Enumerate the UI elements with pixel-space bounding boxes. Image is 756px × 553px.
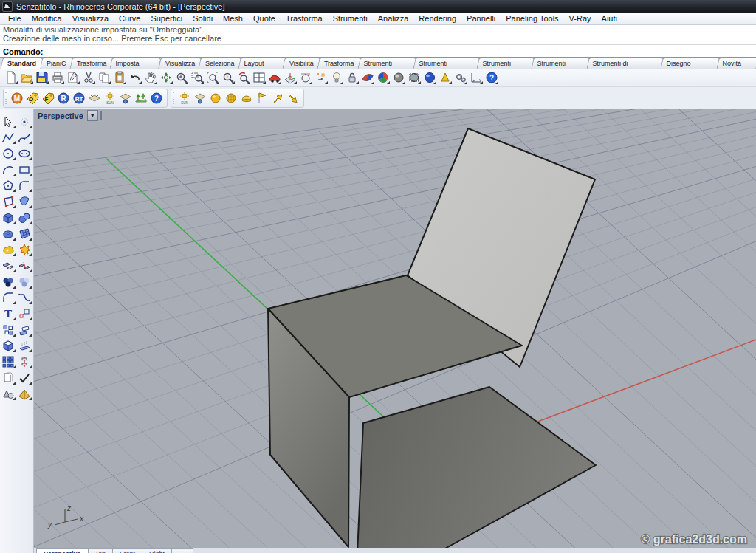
viewport-tab-add[interactable]: ·: [171, 548, 193, 553]
menu-aiuti[interactable]: Aiuti: [597, 13, 622, 24]
curve-interp-icon[interactable]: [16, 130, 32, 146]
srf-mesh-icon[interactable]: [16, 226, 32, 242]
polygon-icon[interactable]: [0, 178, 16, 194]
paste-icon[interactable]: [111, 69, 127, 86]
open-folder-icon[interactable]: [18, 69, 34, 86]
plane-ball-icon[interactable]: [192, 90, 207, 106]
dimension-icon[interactable]: [468, 69, 484, 86]
dome-icon[interactable]: [238, 90, 254, 106]
menu-pannelli[interactable]: Pannelli: [461, 13, 501, 24]
menu-modifica[interactable]: Modifica: [27, 13, 67, 24]
menu-superfici[interactable]: Superfici: [145, 13, 188, 24]
zoom-window-icon[interactable]: [189, 69, 205, 86]
sample-cone-icon[interactable]: [437, 69, 453, 86]
r-badge-icon[interactable]: R: [55, 90, 71, 106]
menu-paneling-tools[interactable]: Paneling Tools: [501, 13, 563, 24]
rt-badge-icon[interactable]: RT: [71, 90, 86, 106]
viewport-title[interactable]: Perspective: [38, 111, 83, 120]
point-move-icon[interactable]: [313, 69, 329, 86]
text-icon[interactable]: T: [0, 306, 16, 322]
point-icon[interactable]: [16, 114, 32, 130]
array-grid-icon[interactable]: [0, 354, 16, 370]
menu-visualizza[interactable]: Visualizza: [67, 13, 114, 24]
trim-icon[interactable]: [0, 258, 16, 274]
flag-icon[interactable]: [254, 90, 269, 106]
ellipse-icon[interactable]: [16, 145, 32, 162]
explode-icon[interactable]: [16, 242, 32, 258]
viewport-tab-perspective[interactable]: Perspective: [36, 548, 89, 553]
toolbar-tab-imposta-vista[interactable]: Imposta vista: [110, 58, 162, 69]
tag-o-icon[interactable]: O: [24, 90, 40, 106]
arrow-se-icon[interactable]: [285, 90, 300, 106]
sphere-dark-icon[interactable]: [391, 69, 406, 86]
save-icon[interactable]: [34, 69, 49, 86]
srf-corner-points-icon[interactable]: [0, 193, 16, 210]
cplane-icon[interactable]: [282, 69, 298, 86]
viewport-grid-icon[interactable]: [251, 69, 267, 86]
toolbar-tab-strumenti-mesh[interactable]: Strumenti mesh: [531, 58, 590, 69]
arrow-ne-icon[interactable]: [269, 90, 285, 106]
help-icon[interactable]: ?: [484, 69, 499, 86]
menu-v-ray[interactable]: V-Ray: [564, 13, 597, 24]
boolean-yellow-icon[interactable]: [0, 242, 16, 258]
toolbar-tab-visualizza[interactable]: Visualizza: [158, 58, 202, 69]
trees-icon[interactable]: [133, 90, 148, 106]
circle-tan-icon[interactable]: [298, 69, 313, 86]
pan-hand-icon[interactable]: [142, 69, 158, 86]
circles-light-icon[interactable]: [16, 274, 32, 290]
toolbar-tab-standard[interactable]: Standard: [0, 58, 43, 69]
viewport-tab-top[interactable]: Top: [88, 548, 114, 553]
toolbar-tab-layout-viste[interactable]: Layout viste: [238, 58, 286, 69]
tilt-copy-icon[interactable]: [16, 322, 32, 338]
toolbar-tab-strumenti-superfici[interactable]: Strumenti superfici: [413, 58, 481, 69]
m-badge-icon[interactable]: M: [9, 90, 24, 106]
plane-ball-icon[interactable]: [117, 90, 133, 106]
copy-icon[interactable]: [96, 69, 111, 86]
viewport-tab-right[interactable]: Right: [142, 548, 172, 553]
gears-icon[interactable]: [453, 69, 468, 86]
toolbar-tab-trasforma[interactable]: Trasforma: [317, 58, 361, 69]
toolbar-tab-seleziona[interactable]: Seleziona: [198, 58, 241, 69]
viewport-tab-front[interactable]: Front: [112, 548, 142, 553]
command-history[interactable]: Modalità di visualizzazione impostata su…: [0, 25, 756, 58]
sun-icon[interactable]: SUN: [102, 90, 117, 106]
viewport-menu-dropdown[interactable]: ▼: [87, 110, 98, 121]
polyline-icon[interactable]: [0, 130, 16, 146]
undo-icon[interactable]: [127, 69, 142, 86]
lock-icon[interactable]: [344, 69, 360, 86]
toolbar-tab-pianic[interactable]: PianiC: [39, 58, 73, 69]
patch-icon[interactable]: [16, 193, 32, 210]
viewport-canvas[interactable]: z x y © grafica2d3d.com: [34, 109, 756, 553]
srf-lamp-icon[interactable]: [16, 338, 32, 354]
corner-curve-icon[interactable]: [16, 178, 32, 194]
rotate-view-icon[interactable]: [158, 69, 173, 86]
spheres-icon[interactable]: [16, 210, 32, 226]
circles-dark-icon[interactable]: [0, 274, 16, 290]
pages-icon[interactable]: [0, 370, 16, 386]
zoom-back-icon[interactable]: [236, 69, 251, 86]
zoom-extents-icon[interactable]: [205, 69, 220, 86]
toolbar-tab-strumenti-curve[interactable]: Strumenti curve: [357, 58, 416, 69]
menu-analizza[interactable]: Analizza: [373, 13, 414, 24]
split-icon[interactable]: [16, 258, 32, 274]
command-prompt[interactable]: Comando:: [0, 44, 756, 58]
menu-solidi[interactable]: Solidi: [188, 13, 218, 24]
circle-icon[interactable]: [0, 145, 16, 162]
ball-icon[interactable]: [207, 90, 223, 106]
menu-rendering[interactable]: Rendering: [413, 13, 461, 24]
torus-icon[interactable]: [0, 226, 16, 242]
lightbulb-icon[interactable]: [329, 69, 344, 86]
menu-mesh[interactable]: Mesh: [218, 13, 248, 24]
rectangle-icon[interactable]: [16, 162, 32, 178]
toolbar-tab-trasforma[interactable]: Trasforma: [69, 58, 114, 69]
sphere-window-icon[interactable]: [406, 69, 422, 86]
print-icon[interactable]: [49, 69, 65, 86]
new-file-icon[interactable]: [3, 69, 18, 86]
pyramid-icon[interactable]: [16, 386, 32, 402]
toolbar-tab-strumenti-di-rendering[interactable]: Strumenti di rendering: [586, 58, 664, 69]
box-icon[interactable]: [0, 210, 16, 226]
gumball-align-icon[interactable]: [16, 354, 32, 370]
toolbar-tab-visibilit-[interactable]: Visibilità: [283, 58, 321, 69]
menu-file[interactable]: File: [3, 13, 27, 24]
arc-icon[interactable]: [0, 162, 16, 178]
